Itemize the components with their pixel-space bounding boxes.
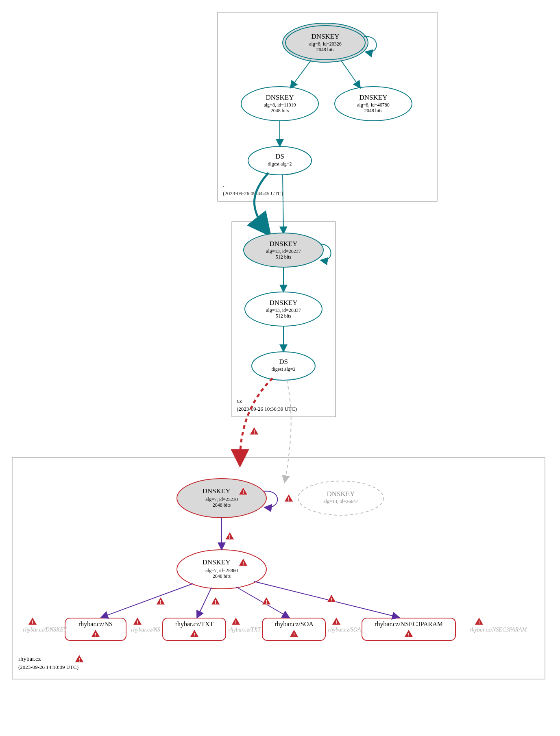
svg-text:DS: DS bbox=[275, 152, 284, 160]
neg-dnskey: rhybar.cz/DNSKEY bbox=[23, 627, 68, 633]
svg-text:2048 bits: 2048 bits bbox=[213, 573, 231, 579]
svg-text:alg=7, id=25860: alg=7, id=25860 bbox=[205, 568, 238, 573]
svg-text:DNSKEY: DNSKEY bbox=[270, 240, 298, 248]
svg-text:DS: DS bbox=[279, 358, 288, 366]
warning-icon bbox=[156, 597, 165, 605]
node-rhybar-missing-key bbox=[298, 481, 384, 515]
edge-ds-unknown bbox=[285, 380, 291, 482]
svg-text:alg=13, id=26647: alg=13, id=26647 bbox=[323, 499, 358, 504]
svg-text:2048 bits: 2048 bits bbox=[271, 108, 289, 113]
svg-text:DNSKEY: DNSKEY bbox=[360, 94, 388, 101]
svg-text:512 bits: 512 bits bbox=[276, 313, 292, 319]
zone-root-timestamp: (2023-09-26 09:44:45 UTC) bbox=[223, 190, 283, 196]
svg-text:digest alg=2: digest alg=2 bbox=[268, 161, 292, 167]
svg-text:2048 bits: 2048 bits bbox=[213, 502, 231, 508]
warning-icon bbox=[332, 617, 341, 625]
svg-text:rhybar.cz/SOA: rhybar.cz/SOA bbox=[275, 621, 314, 628]
svg-text:alg=8, id=46780: alg=8, id=46780 bbox=[357, 102, 390, 108]
zone-cz-timestamp: (2023-09-26 10:36:39 UTC) bbox=[237, 406, 297, 412]
svg-text:alg=8, id=20326: alg=8, id=20326 bbox=[309, 41, 342, 47]
zone-rhybar-name: rhybar.cz bbox=[18, 655, 41, 662]
neg-soa: rhybar.cz/SOA bbox=[328, 627, 361, 633]
svg-text:alg=13, id=20337: alg=13, id=20337 bbox=[266, 307, 301, 313]
zone-rhybar-box bbox=[12, 457, 545, 679]
svg-text:digest alg=2: digest alg=2 bbox=[271, 366, 295, 372]
warning-icon bbox=[28, 617, 37, 625]
neg-ns: rhybar.cz/NS bbox=[131, 627, 160, 633]
svg-text:alg=13, id=20237: alg=13, id=20237 bbox=[266, 248, 301, 254]
svg-text:alg=8, id=11019: alg=8, id=11019 bbox=[264, 102, 296, 108]
warning-icon bbox=[284, 494, 293, 502]
svg-text:512 bits: 512 bits bbox=[276, 254, 292, 260]
svg-text:rhybar.cz/NSEC3PARAM: rhybar.cz/NSEC3PARAM bbox=[375, 621, 443, 628]
warning-icon bbox=[475, 617, 484, 625]
zone-cz-name: cz bbox=[237, 397, 242, 404]
warning-icon bbox=[327, 594, 336, 603]
svg-text:DNSKEY: DNSKEY bbox=[270, 299, 298, 307]
warning-icon bbox=[250, 427, 259, 435]
svg-text:2048 bits: 2048 bits bbox=[316, 47, 335, 52]
neg-txt: rhybar.cz/TXT bbox=[228, 627, 261, 633]
svg-text:DNSKEY: DNSKEY bbox=[327, 490, 355, 498]
zone-root-name: . bbox=[223, 182, 224, 188]
svg-text:DNSKEY: DNSKEY bbox=[312, 33, 340, 40]
svg-text:rhybar.cz/TXT: rhybar.cz/TXT bbox=[175, 621, 214, 628]
node-cz-ds bbox=[252, 352, 315, 380]
warning-icon bbox=[75, 655, 84, 663]
edge-ds-missing bbox=[240, 378, 272, 462]
warning-icon bbox=[225, 532, 234, 540]
svg-text:DNSKEY: DNSKEY bbox=[203, 487, 231, 495]
warning-icon bbox=[231, 617, 240, 625]
warning-icon bbox=[262, 597, 271, 605]
svg-text:2048 bits: 2048 bits bbox=[364, 108, 383, 113]
warning-icon bbox=[133, 617, 142, 625]
warning-icon bbox=[211, 597, 220, 605]
node-root-ds bbox=[248, 146, 312, 175]
svg-text:DNSKEY: DNSKEY bbox=[266, 94, 294, 101]
zone-rhybar-timestamp: (2023-09-26 14:10:09 UTC) bbox=[18, 664, 78, 670]
svg-text:alg=7, id=25230: alg=7, id=25230 bbox=[205, 496, 238, 502]
neg-nsec3param: rhybar.cz/NSEC3PARAM bbox=[470, 627, 527, 633]
svg-text:rhybar.cz/NS: rhybar.cz/NS bbox=[78, 621, 113, 628]
svg-text:DNSKEY: DNSKEY bbox=[203, 558, 231, 566]
